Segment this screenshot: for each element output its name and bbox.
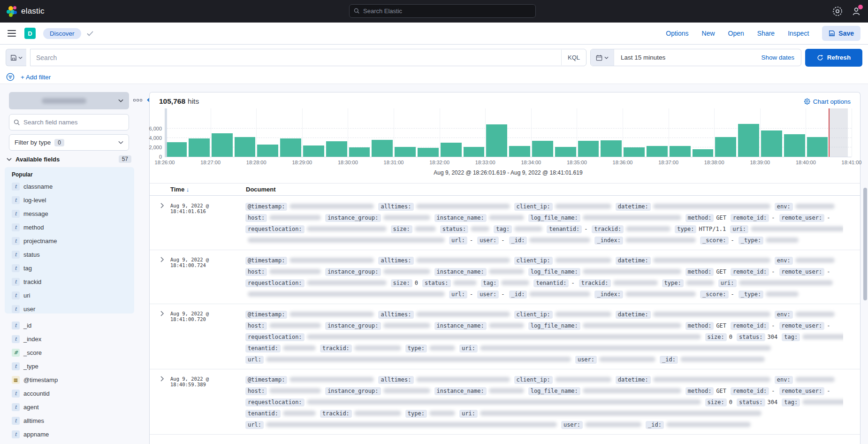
filter-by-type-dropdown[interactable]: Filter by type 0 xyxy=(9,134,129,151)
expand-row-icon[interactable] xyxy=(160,308,170,365)
menu-hamburger-icon[interactable] xyxy=(8,30,16,37)
histogram-bar[interactable] xyxy=(303,145,324,157)
nav-link-open[interactable]: Open xyxy=(728,30,744,37)
user-avatar-icon[interactable] xyxy=(851,6,861,16)
time-range-value[interactable]: Last 15 minutes xyxy=(614,54,761,61)
field-item-_index[interactable]: t_index xyxy=(12,332,134,346)
expand-row-icon[interactable] xyxy=(160,200,170,245)
field-name: tag xyxy=(23,265,32,272)
field-item-log-level[interactable]: tlog-level xyxy=(12,193,134,207)
field-item-_id[interactable]: t_id xyxy=(12,319,134,332)
index-pattern-dropdown[interactable] xyxy=(9,92,129,109)
elastic-brand[interactable]: elastic xyxy=(0,6,45,16)
expand-row-icon[interactable] xyxy=(160,374,170,430)
save-button[interactable]: Save xyxy=(822,26,860,41)
histogram-bar[interactable] xyxy=(395,147,416,157)
help-icon[interactable] xyxy=(832,6,843,16)
nav-link-share[interactable]: Share xyxy=(757,30,775,37)
field-item-message[interactable]: tmessage xyxy=(12,207,134,221)
histogram-bar[interactable] xyxy=(486,124,507,157)
histogram-bar[interactable] xyxy=(807,137,828,157)
field-item-appname[interactable]: tappname xyxy=(12,428,134,441)
field-item-classname[interactable]: tclassname xyxy=(12,180,134,193)
field-type-t-icon: t xyxy=(12,305,20,313)
histogram-bar[interactable] xyxy=(715,137,736,157)
field-item-accountid[interactable]: taccountid xyxy=(12,387,134,400)
space-badge[interactable]: D xyxy=(24,28,36,39)
histogram-bar[interactable] xyxy=(280,138,301,157)
histogram-bar[interactable] xyxy=(624,147,645,157)
histogram-bar[interactable] xyxy=(532,141,553,157)
field-item-user[interactable]: tuser xyxy=(12,302,134,316)
field-item-agent[interactable]: tagent xyxy=(12,400,134,414)
histogram-bar[interactable] xyxy=(189,138,210,157)
field-item-_score[interactable]: #_score xyxy=(12,346,134,360)
field-layout-icon[interactable] xyxy=(133,99,142,101)
field-item-uri[interactable]: turi xyxy=(12,289,134,302)
chart-options-button[interactable]: Chart options xyxy=(804,98,851,105)
histogram-bar[interactable] xyxy=(670,146,691,157)
histogram-bar[interactable] xyxy=(257,145,278,157)
field-type-t-icon: t xyxy=(12,223,20,231)
global-search[interactable] xyxy=(349,4,536,18)
field-type-t-icon: t xyxy=(12,390,20,398)
kql-language-toggle[interactable]: KQL xyxy=(561,50,586,65)
histogram-bar[interactable] xyxy=(738,124,759,157)
field-item-trackid[interactable]: ttrackid xyxy=(12,275,134,289)
available-fields-header[interactable]: Available fields 57 xyxy=(7,155,131,163)
redacted-value xyxy=(766,291,799,297)
global-search-input[interactable] xyxy=(363,8,531,15)
sort-desc-icon[interactable]: ↓ xyxy=(186,186,190,193)
field-item-alltimes[interactable]: talltimes xyxy=(12,414,134,428)
histogram-bar[interactable] xyxy=(418,148,439,157)
saved-query-menu-button[interactable] xyxy=(6,49,26,66)
nav-link-new[interactable]: New xyxy=(702,30,715,37)
nav-link-inspect[interactable]: Inspect xyxy=(788,30,809,37)
show-dates-button[interactable]: Show dates xyxy=(761,54,801,61)
date-quick-select-button[interactable] xyxy=(591,49,614,66)
doc-field-value: - xyxy=(731,237,734,244)
histogram-bar[interactable] xyxy=(326,141,347,157)
field-search-input[interactable] xyxy=(23,119,124,126)
histogram-bar[interactable] xyxy=(761,130,782,157)
kql-query-input[interactable] xyxy=(30,54,561,61)
field-item-projectname[interactable]: tprojectname xyxy=(12,234,134,248)
histogram-bar[interactable] xyxy=(464,147,485,157)
expand-row-icon[interactable] xyxy=(160,254,170,299)
doc-field-chip: method: xyxy=(685,214,714,222)
redacted-value xyxy=(529,237,590,243)
add-filter-button[interactable]: + Add filter xyxy=(21,74,51,81)
field-item-tag[interactable]: ttag xyxy=(12,261,134,275)
histogram-bar[interactable] xyxy=(372,140,393,157)
search-icon xyxy=(14,119,20,126)
histogram-bar[interactable] xyxy=(555,147,576,157)
chart-time-range-label: Aug 9, 2022 @ 18:26:01.619 - Aug 9, 2022… xyxy=(165,169,852,176)
window-scrollbar-thumb[interactable] xyxy=(863,188,867,300)
histogram-bar[interactable] xyxy=(509,146,530,157)
histogram-bar[interactable] xyxy=(784,134,805,157)
field-item-_type[interactable]: t_type xyxy=(12,360,134,373)
breadcrumb[interactable]: Discover xyxy=(43,28,81,39)
histogram-bar[interactable] xyxy=(349,147,370,157)
nav-link-options[interactable]: Options xyxy=(666,30,688,37)
histogram-bar[interactable] xyxy=(235,137,256,157)
histogram-bar[interactable] xyxy=(166,142,187,157)
histogram-bar[interactable] xyxy=(693,149,714,157)
field-search[interactable] xyxy=(9,114,129,130)
histogram-bar[interactable] xyxy=(647,146,668,157)
field-item-status[interactable]: tstatus xyxy=(12,248,134,261)
filter-menu-icon[interactable] xyxy=(6,73,15,81)
histogram-bar[interactable] xyxy=(601,140,622,157)
field-item-@timestamp[interactable]: ▦@timestamp xyxy=(12,373,134,387)
time-column-header[interactable]: Time ↓ xyxy=(170,186,189,193)
histogram-bar[interactable] xyxy=(578,141,599,157)
refresh-button[interactable]: Refresh xyxy=(805,49,862,67)
histogram-bar[interactable] xyxy=(441,143,462,157)
hits-histogram[interactable]: 02,0004,0006,00018:26:0018:27:0018:28:00… xyxy=(165,108,852,157)
breadcrumb-check-icon xyxy=(87,31,93,36)
doc-field-chip: uri: xyxy=(718,279,737,287)
field-item-method[interactable]: tmethod xyxy=(12,221,134,234)
redacted-value xyxy=(429,411,455,416)
histogram-bar[interactable] xyxy=(212,133,233,157)
filter-bar: + Add filter xyxy=(0,70,868,84)
